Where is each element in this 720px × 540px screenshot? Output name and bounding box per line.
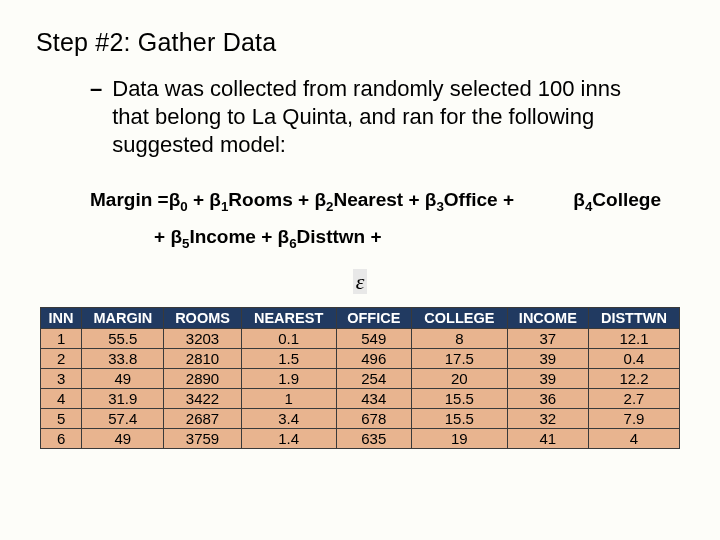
table-cell: 12.1 — [588, 328, 679, 348]
regression-formula: Margin =β0 + β1Rooms + β2Nearest + β3Off… — [90, 185, 680, 259]
table-cell: 1 — [41, 328, 82, 348]
table-cell: 1.9 — [241, 368, 336, 388]
table-cell: 0.4 — [588, 348, 679, 368]
epsilon-symbol: ε — [353, 269, 368, 294]
table-cell: 5 — [41, 408, 82, 428]
table-row: 34928901.9254203912.2 — [41, 368, 680, 388]
table-row: 557.426873.467815.5327.9 — [41, 408, 680, 428]
table-cell: 20 — [411, 368, 507, 388]
table-cell: 57.4 — [82, 408, 164, 428]
table-cell: 15.5 — [411, 388, 507, 408]
table-cell: 17.5 — [411, 348, 507, 368]
table-cell: 8 — [411, 328, 507, 348]
col-margin: MARGIN — [82, 307, 164, 328]
table-cell: 3203 — [164, 328, 241, 348]
epsilon-term: ε — [240, 269, 480, 295]
table-cell: 39 — [507, 348, 588, 368]
bullet-dash: – — [90, 75, 102, 103]
table-cell: 19 — [411, 428, 507, 448]
table-cell: 3 — [41, 368, 82, 388]
table-cell: 49 — [82, 428, 164, 448]
table-cell: 2 — [41, 348, 82, 368]
col-inn: INN — [41, 307, 82, 328]
table-cell: 0.1 — [241, 328, 336, 348]
col-nearest: NEAREST — [241, 307, 336, 328]
table-cell: 37 — [507, 328, 588, 348]
bullet-text: Data was collected from randomly selecte… — [112, 75, 660, 159]
table-cell: 6 — [41, 428, 82, 448]
table-cell: 496 — [336, 348, 411, 368]
table-cell: 635 — [336, 428, 411, 448]
table-cell: 3.4 — [241, 408, 336, 428]
table-cell: 36 — [507, 388, 588, 408]
table-cell: 2890 — [164, 368, 241, 388]
data-table: INN MARGIN ROOMS NEAREST OFFICE COLLEGE … — [40, 307, 680, 449]
table-cell: 39 — [507, 368, 588, 388]
table-header-row: INN MARGIN ROOMS NEAREST OFFICE COLLEGE … — [41, 307, 680, 328]
table-row: 431.93422143415.5362.7 — [41, 388, 680, 408]
table-cell: 254 — [336, 368, 411, 388]
col-income: INCOME — [507, 307, 588, 328]
table-cell: 12.2 — [588, 368, 679, 388]
table-cell: 31.9 — [82, 388, 164, 408]
table-cell: 434 — [336, 388, 411, 408]
table-cell: 1.5 — [241, 348, 336, 368]
table-row: 155.532030.154983712.1 — [41, 328, 680, 348]
table-cell: 4 — [588, 428, 679, 448]
table-cell: 1.4 — [241, 428, 336, 448]
table-cell: 33.8 — [82, 348, 164, 368]
table-cell: 3759 — [164, 428, 241, 448]
col-college: COLLEGE — [411, 307, 507, 328]
bullet-item: – Data was collected from randomly selec… — [90, 75, 660, 159]
table-cell: 7.9 — [588, 408, 679, 428]
col-rooms: ROOMS — [164, 307, 241, 328]
table-row: 64937591.463519414 — [41, 428, 680, 448]
table-cell: 3422 — [164, 388, 241, 408]
table-cell: 2687 — [164, 408, 241, 428]
table-cell: 15.5 — [411, 408, 507, 428]
table-row: 233.828101.549617.5390.4 — [41, 348, 680, 368]
formula-line-2: + β5Income + β6Disttwn + — [154, 222, 680, 259]
table-cell: 549 — [336, 328, 411, 348]
formula-line-1: Margin =β0 + β1Rooms + β2Nearest + β3Off… — [90, 185, 680, 222]
table-cell: 49 — [82, 368, 164, 388]
table-cell: 4 — [41, 388, 82, 408]
page-title: Step #2: Gather Data — [36, 28, 690, 57]
col-disttwn: DISTTWN — [588, 307, 679, 328]
table-cell: 55.5 — [82, 328, 164, 348]
table-cell: 41 — [507, 428, 588, 448]
table-cell: 1 — [241, 388, 336, 408]
col-office: OFFICE — [336, 307, 411, 328]
table-cell: 678 — [336, 408, 411, 428]
table-cell: 2810 — [164, 348, 241, 368]
table-cell: 2.7 — [588, 388, 679, 408]
table-cell: 32 — [507, 408, 588, 428]
